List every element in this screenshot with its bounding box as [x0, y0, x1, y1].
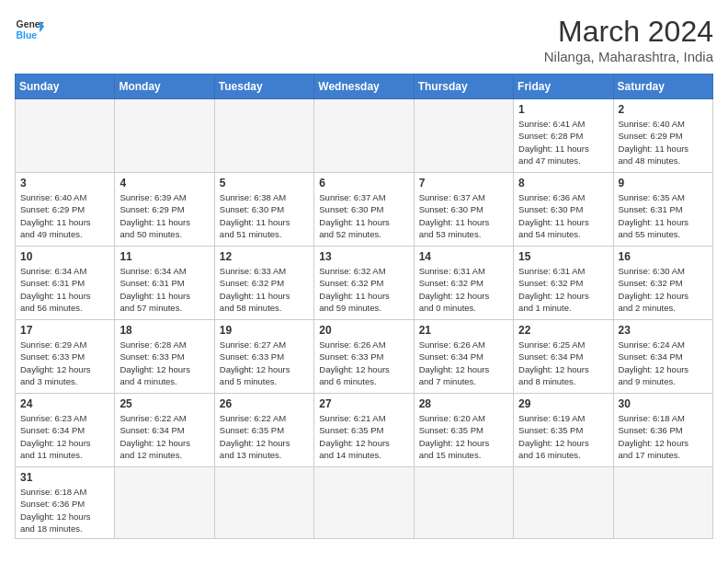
calendar-day-cell: 19Sunrise: 6:27 AM Sunset: 6:33 PM Dayli… — [214, 320, 313, 394]
weekday-header-sunday: Sunday — [16, 75, 115, 99]
calendar-day-cell: 13Sunrise: 6:32 AM Sunset: 6:32 PM Dayli… — [314, 247, 414, 320]
day-info: Sunrise: 6:20 AM Sunset: 6:35 PM Dayligh… — [419, 412, 508, 461]
day-info: Sunrise: 6:39 AM Sunset: 6:29 PM Dayligh… — [119, 191, 209, 240]
weekday-header-saturday: Saturday — [613, 75, 712, 99]
day-number: 19 — [220, 324, 309, 337]
day-info: Sunrise: 6:30 AM Sunset: 6:32 PM Dayligh… — [619, 265, 708, 314]
day-number: 26 — [220, 397, 309, 410]
day-number: 8 — [518, 177, 608, 190]
day-number: 24 — [20, 397, 109, 410]
calendar-week-row: 31Sunrise: 6:18 AM Sunset: 6:36 PM Dayli… — [16, 467, 713, 539]
page-header: General Blue March 2024 Nilanga, Maharas… — [15, 15, 713, 64]
calendar-week-row: 10Sunrise: 6:34 AM Sunset: 6:31 PM Dayli… — [16, 247, 713, 320]
calendar-day-cell: 1Sunrise: 6:41 AM Sunset: 6:28 PM Daylig… — [514, 99, 613, 173]
weekday-header-monday: Monday — [115, 75, 214, 99]
day-number: 31 — [20, 471, 109, 484]
day-info: Sunrise: 6:18 AM Sunset: 6:36 PM Dayligh… — [20, 486, 109, 534]
day-info: Sunrise: 6:28 AM Sunset: 6:33 PM Dayligh… — [119, 339, 209, 387]
calendar-day-cell — [314, 99, 414, 173]
calendar-day-cell: 31Sunrise: 6:18 AM Sunset: 6:36 PM Dayli… — [16, 467, 115, 539]
day-number: 20 — [319, 324, 408, 337]
day-info: Sunrise: 6:32 AM Sunset: 6:32 PM Dayligh… — [319, 265, 408, 314]
title-section: March 2024 Nilanga, Maharashtra, India — [544, 15, 713, 64]
calendar-day-cell: 18Sunrise: 6:28 AM Sunset: 6:33 PM Dayli… — [115, 320, 214, 394]
day-info: Sunrise: 6:21 AM Sunset: 6:35 PM Dayligh… — [319, 412, 408, 461]
calendar-day-cell — [314, 467, 414, 539]
calendar-day-cell: 29Sunrise: 6:19 AM Sunset: 6:35 PM Dayli… — [514, 394, 613, 467]
day-info: Sunrise: 6:25 AM Sunset: 6:34 PM Dayligh… — [518, 339, 608, 387]
calendar-day-cell: 24Sunrise: 6:23 AM Sunset: 6:34 PM Dayli… — [16, 394, 115, 467]
generalblue-logo-icon: General Blue — [15, 15, 44, 44]
calendar-day-cell: 30Sunrise: 6:18 AM Sunset: 6:36 PM Dayli… — [613, 394, 712, 467]
calendar-day-cell: 27Sunrise: 6:21 AM Sunset: 6:35 PM Dayli… — [314, 394, 414, 467]
weekday-header-row: SundayMondayTuesdayWednesdayThursdayFrid… — [16, 75, 713, 99]
day-number: 6 — [319, 177, 408, 190]
day-info: Sunrise: 6:22 AM Sunset: 6:34 PM Dayligh… — [119, 412, 209, 461]
day-number: 2 — [619, 103, 708, 116]
calendar-day-cell: 28Sunrise: 6:20 AM Sunset: 6:35 PM Dayli… — [414, 394, 513, 467]
day-info: Sunrise: 6:33 AM Sunset: 6:32 PM Dayligh… — [220, 265, 309, 314]
calendar-day-cell — [214, 467, 313, 539]
weekday-header-wednesday: Wednesday — [314, 75, 414, 99]
calendar-day-cell: 2Sunrise: 6:40 AM Sunset: 6:29 PM Daylig… — [613, 99, 712, 173]
calendar-day-cell: 8Sunrise: 6:36 AM Sunset: 6:30 PM Daylig… — [514, 173, 613, 247]
day-number: 14 — [419, 250, 508, 263]
calendar-day-cell: 14Sunrise: 6:31 AM Sunset: 6:32 PM Dayli… — [414, 247, 513, 320]
calendar-day-cell: 25Sunrise: 6:22 AM Sunset: 6:34 PM Dayli… — [115, 394, 214, 467]
svg-text:Blue: Blue — [17, 30, 38, 40]
calendar-day-cell — [514, 467, 613, 539]
calendar-table: SundayMondayTuesdayWednesdayThursdayFrid… — [15, 74, 713, 539]
day-info: Sunrise: 6:36 AM Sunset: 6:30 PM Dayligh… — [518, 191, 608, 240]
day-info: Sunrise: 6:37 AM Sunset: 6:30 PM Dayligh… — [419, 191, 508, 240]
month-year-title: March 2024 — [544, 15, 713, 49]
day-info: Sunrise: 6:22 AM Sunset: 6:35 PM Dayligh… — [220, 412, 309, 461]
calendar-day-cell: 23Sunrise: 6:24 AM Sunset: 6:34 PM Dayli… — [613, 320, 712, 394]
calendar-day-cell — [115, 467, 214, 539]
day-info: Sunrise: 6:26 AM Sunset: 6:33 PM Dayligh… — [319, 339, 408, 387]
calendar-day-cell — [613, 467, 712, 539]
calendar-week-row: 3Sunrise: 6:40 AM Sunset: 6:29 PM Daylig… — [16, 173, 713, 247]
calendar-day-cell: 15Sunrise: 6:31 AM Sunset: 6:32 PM Dayli… — [514, 247, 613, 320]
weekday-header-friday: Friday — [514, 75, 613, 99]
day-info: Sunrise: 6:24 AM Sunset: 6:34 PM Dayligh… — [619, 339, 708, 387]
day-info: Sunrise: 6:23 AM Sunset: 6:34 PM Dayligh… — [20, 412, 109, 461]
day-number: 11 — [119, 250, 209, 263]
day-number: 10 — [20, 250, 109, 263]
calendar-day-cell: 20Sunrise: 6:26 AM Sunset: 6:33 PM Dayli… — [314, 320, 414, 394]
logo: General Blue — [15, 15, 44, 44]
calendar-day-cell: 26Sunrise: 6:22 AM Sunset: 6:35 PM Dayli… — [214, 394, 313, 467]
day-info: Sunrise: 6:37 AM Sunset: 6:30 PM Dayligh… — [319, 191, 408, 240]
calendar-day-cell: 9Sunrise: 6:35 AM Sunset: 6:31 PM Daylig… — [613, 173, 712, 247]
calendar-day-cell: 5Sunrise: 6:38 AM Sunset: 6:30 PM Daylig… — [214, 173, 313, 247]
day-info: Sunrise: 6:34 AM Sunset: 6:31 PM Dayligh… — [119, 265, 209, 314]
day-number: 25 — [119, 397, 209, 410]
calendar-day-cell: 16Sunrise: 6:30 AM Sunset: 6:32 PM Dayli… — [613, 247, 712, 320]
weekday-header-thursday: Thursday — [414, 75, 513, 99]
calendar-day-cell — [214, 99, 313, 173]
day-number: 3 — [20, 177, 109, 190]
day-number: 30 — [619, 397, 708, 410]
weekday-header-tuesday: Tuesday — [214, 75, 313, 99]
day-number: 1 — [518, 103, 608, 116]
day-number: 17 — [20, 324, 109, 337]
day-info: Sunrise: 6:41 AM Sunset: 6:28 PM Dayligh… — [518, 118, 608, 167]
day-number: 7 — [419, 177, 508, 190]
day-number: 28 — [419, 397, 508, 410]
day-number: 4 — [119, 177, 209, 190]
day-number: 23 — [619, 324, 708, 337]
calendar-day-cell: 12Sunrise: 6:33 AM Sunset: 6:32 PM Dayli… — [214, 247, 313, 320]
day-info: Sunrise: 6:31 AM Sunset: 6:32 PM Dayligh… — [419, 265, 508, 314]
day-number: 16 — [619, 250, 708, 263]
day-number: 22 — [518, 324, 608, 337]
calendar-day-cell: 11Sunrise: 6:34 AM Sunset: 6:31 PM Dayli… — [115, 247, 214, 320]
calendar-day-cell: 6Sunrise: 6:37 AM Sunset: 6:30 PM Daylig… — [314, 173, 414, 247]
day-info: Sunrise: 6:29 AM Sunset: 6:33 PM Dayligh… — [20, 339, 109, 387]
day-info: Sunrise: 6:26 AM Sunset: 6:34 PM Dayligh… — [419, 339, 508, 387]
day-number: 9 — [619, 177, 708, 190]
day-info: Sunrise: 6:31 AM Sunset: 6:32 PM Dayligh… — [518, 265, 608, 314]
calendar-day-cell: 3Sunrise: 6:40 AM Sunset: 6:29 PM Daylig… — [16, 173, 115, 247]
day-number: 13 — [319, 250, 408, 263]
calendar-day-cell: 7Sunrise: 6:37 AM Sunset: 6:30 PM Daylig… — [414, 173, 513, 247]
location-subtitle: Nilanga, Maharashtra, India — [544, 49, 713, 64]
day-number: 18 — [119, 324, 209, 337]
